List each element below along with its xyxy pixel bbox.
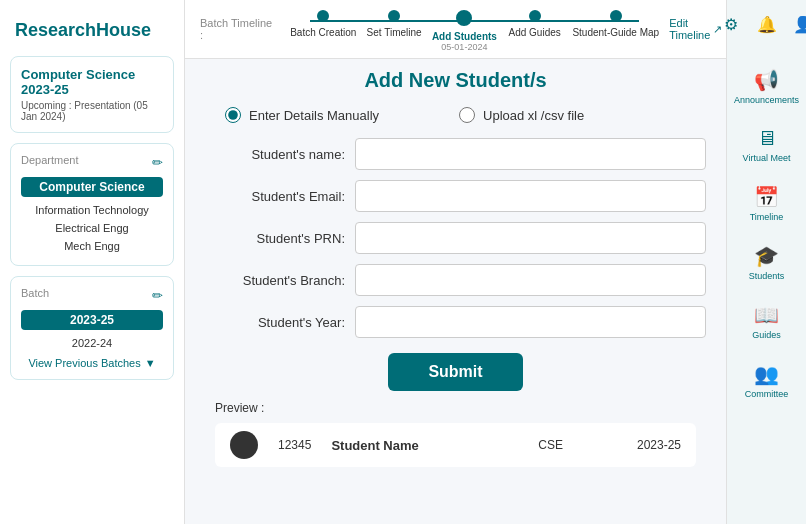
timeline-step-2: Set Timeline [364,10,424,38]
timeline-label-3: Add Students [432,31,497,42]
view-previous-batches[interactable]: View Previous Batches ▼ [21,357,163,369]
top-bar: Batch Timeline : Batch Creation Set Time… [185,0,726,59]
nav-students[interactable]: 🎓 Students [727,234,806,291]
nav-students-label: Students [749,271,785,281]
dept-header: Department ✏ [21,154,163,171]
user-icon[interactable]: 👤 [789,10,807,38]
timeline-dot-2 [388,10,400,22]
batch-header: Batch ✏ [21,287,163,304]
dept-active-item[interactable]: Computer Science [21,177,163,197]
form-row-prn: Student's PRN: [205,222,706,254]
nav-timeline-label: Timeline [750,212,784,222]
preview-name: Student Name [331,438,464,453]
nav-announcements-label: Announcements [734,95,799,105]
label-name: Student's name: [205,147,345,162]
batch-info-subtitle: Upcoming : Presentation (05 Jan 2024) [21,100,163,122]
main-content: Batch Timeline : Batch Creation Set Time… [185,0,726,524]
timeline-dot-1 [317,10,329,22]
batch-item-2[interactable]: 2022-24 [21,334,163,352]
label-year: Student's Year: [205,315,345,330]
batch-card: Batch ✏ 2023-25 2022-24 View Previous Ba… [10,276,174,380]
preview-year: 2023-25 [637,438,681,452]
form-row-name: Student's name: [205,138,706,170]
preview-row: 12345 Student Name CSE 2023-25 [215,423,696,467]
dept-label: Department [21,154,78,166]
timeline-sublabel-3: 05-01-2024 [441,42,487,52]
timeline-dot-3-active [456,10,472,26]
form-container: Student's name: Student's Email: Student… [205,138,706,338]
dept-edit-icon[interactable]: ✏ [152,155,163,170]
batch-active-item[interactable]: 2023-25 [21,310,163,330]
radio-manual-input[interactable] [225,107,241,123]
radio-manual-label: Enter Details Manually [249,108,379,123]
timeline-label-5: Student-Guide Map [572,27,659,38]
radio-upload-option[interactable]: Upload xl /csv file [459,107,584,123]
timeline-dot-4 [529,10,541,22]
preview-dept: CSE [484,438,617,452]
timeline-label-1: Batch Creation [290,27,356,38]
bell-icon[interactable]: 🔔 [753,10,781,38]
timeline-step-4: Add Guides [505,10,565,38]
input-prn[interactable] [355,222,706,254]
page-title: Add New Student/s [205,69,706,92]
batch-edit-icon[interactable]: ✏ [152,288,163,303]
dept-item-it[interactable]: Information Technology [21,201,163,219]
batch-info-title: Computer Science 2023-25 [21,67,163,97]
preview-section: Preview : 12345 Student Name CSE 2023-25 [205,401,706,467]
view-prev-label: View Previous Batches [28,357,140,369]
committee-icon: 👥 [754,362,779,386]
nav-virtual-meet-label: Virtual Meet [743,153,791,163]
content-area: Add New Student/s Enter Details Manually… [185,59,726,524]
announcements-icon: 📢 [754,68,779,92]
preview-label: Preview : [215,401,696,415]
preview-id: 12345 [278,438,311,452]
radio-upload-input[interactable] [459,107,475,123]
timeline: Batch Creation Set Timeline Add Students… [280,6,669,52]
left-sidebar: ResearchHouse Computer Science 2023-25 U… [0,0,185,524]
preview-avatar [230,431,258,459]
nav-committee[interactable]: 👥 Committee [727,352,806,409]
timeline-nav-icon: 📅 [754,185,779,209]
form-row-email: Student's Email: [205,180,706,212]
logo: ResearchHouse [10,10,174,56]
radio-group: Enter Details Manually Upload xl /csv fi… [205,107,706,123]
department-card: Department ✏ Computer Science Informatio… [10,143,174,266]
input-name[interactable] [355,138,706,170]
label-prn: Student's PRN: [205,231,345,246]
radio-manual-option[interactable]: Enter Details Manually [225,107,379,123]
guides-icon: 📖 [754,303,779,327]
nav-guides[interactable]: 📖 Guides [727,293,806,350]
nav-timeline[interactable]: 📅 Timeline [727,175,806,232]
settings-icon[interactable]: ⚙ [717,10,745,38]
form-row-branch: Student's Branch: [205,264,706,296]
batch-info-card: Computer Science 2023-25 Upcoming : Pres… [10,56,174,133]
label-email: Student's Email: [205,189,345,204]
dept-item-ee[interactable]: Electrical Engg [21,219,163,237]
edit-timeline-label: Edit Timeline [669,17,710,41]
timeline-label-2: Set Timeline [367,27,422,38]
nav-virtual-meet[interactable]: 🖥 Virtual Meet [727,117,806,173]
timeline-dot-5 [610,10,622,22]
top-icons: ⚙ 🔔 👤 [717,10,807,38]
radio-upload-label: Upload xl /csv file [483,108,584,123]
nav-announcements[interactable]: 📢 Announcements [727,58,806,115]
input-year[interactable] [355,306,706,338]
input-branch[interactable] [355,264,706,296]
dept-item-me[interactable]: Mech Engg [21,237,163,255]
submit-button[interactable]: Submit [388,353,522,391]
edit-timeline-link[interactable]: Edit Timeline ↗ [669,17,722,41]
virtual-meet-icon: 🖥 [757,127,777,150]
students-icon: 🎓 [754,244,779,268]
label-branch: Student's Branch: [205,273,345,288]
nav-committee-label: Committee [745,389,789,399]
timeline-step-5: Student-Guide Map [572,10,659,38]
input-email[interactable] [355,180,706,212]
timeline-label-4: Add Guides [509,27,561,38]
timeline-step-1: Batch Creation [290,10,356,38]
batch-label: Batch [21,287,49,299]
chevron-down-icon: ▼ [145,357,156,369]
submit-container: Submit [205,353,706,391]
right-sidebar: ⚙ 🔔 👤 📢 Announcements 🖥 Virtual Meet 📅 T… [726,0,806,524]
batch-timeline-label: Batch Timeline : [200,17,272,41]
nav-guides-label: Guides [752,330,781,340]
